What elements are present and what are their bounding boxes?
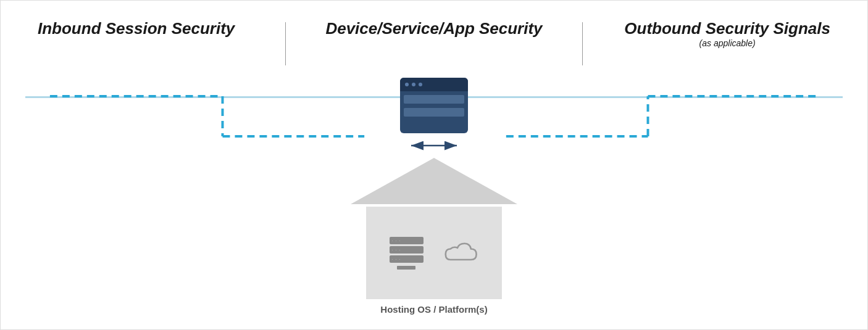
server-unit-2 xyxy=(390,246,424,254)
server-unit-3 xyxy=(390,255,424,263)
double-arrow-container xyxy=(406,136,462,155)
outbound-title: Outbound Security Signals (as applicable… xyxy=(624,19,830,49)
building-container: Hosting OS / Platform(s) xyxy=(348,155,520,315)
svg-marker-7 xyxy=(351,158,517,204)
main-container: Inbound Session Security Device/Service/… xyxy=(1,1,867,329)
double-arrow-svg xyxy=(406,136,462,155)
header-col-outbound: Outbound Security Signals (as applicable… xyxy=(583,19,843,65)
building-shape xyxy=(348,155,520,299)
building-label: Hosting OS / Platform(s) xyxy=(348,304,520,315)
inbound-title: Inbound Session Security xyxy=(38,19,235,38)
server-unit-1 xyxy=(390,237,424,244)
building-roof-svg xyxy=(348,155,520,204)
browser-body xyxy=(400,91,468,120)
browser-bar-2 xyxy=(404,108,464,117)
device-title: Device/Service/App Security xyxy=(325,19,542,38)
server-icon xyxy=(390,237,424,270)
browser-titlebar xyxy=(400,78,468,91)
header-col-inbound: Inbound Session Security xyxy=(25,19,285,65)
browser-window xyxy=(400,78,468,133)
building-body xyxy=(366,207,502,299)
server-base xyxy=(397,266,415,270)
browser-dot-2 xyxy=(412,83,415,86)
cloud-icon xyxy=(436,237,479,268)
header-col-device: Device/Service/App Security xyxy=(286,19,583,65)
browser-bar-1 xyxy=(404,95,464,104)
diagram-area: Hosting OS / Platform(s) xyxy=(1,75,867,321)
browser-dot-3 xyxy=(419,83,422,86)
browser-dot-1 xyxy=(405,83,409,86)
browser-window-icon xyxy=(400,78,468,133)
header-row: Inbound Session Security Device/Service/… xyxy=(1,1,867,65)
